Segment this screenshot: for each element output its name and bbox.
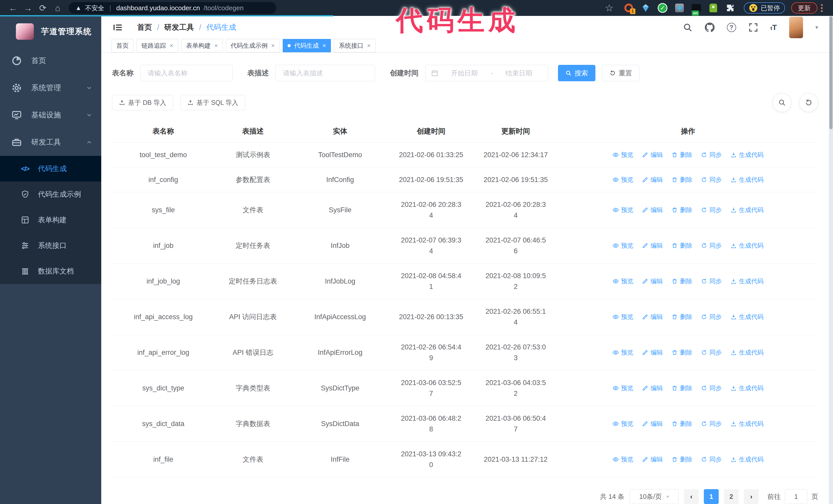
generate-code-link[interactable]: 生成代码 [731, 455, 764, 463]
generate-code-link[interactable]: 生成代码 [731, 151, 764, 159]
delete-link[interactable]: 删除 [671, 241, 692, 250]
edit-link[interactable]: 编辑 [642, 419, 663, 428]
generate-code-link[interactable]: 生成代码 [731, 175, 764, 184]
edit-link[interactable]: 编辑 [642, 313, 663, 321]
sidebar-subitem-codegen[interactable]: </> 代码生成 [0, 156, 101, 182]
github-icon[interactable] [705, 23, 715, 32]
sync-link[interactable]: 同步 [701, 206, 722, 214]
sync-link[interactable]: 同步 [701, 384, 722, 392]
browser-menu-icon[interactable] [821, 4, 823, 12]
preview-link[interactable]: 预览 [613, 313, 633, 321]
refresh-table-button[interactable] [799, 93, 818, 112]
preview-link[interactable]: 预览 [613, 151, 633, 159]
table-row[interactable]: inf_job 定时任务表 InfJob 2021-02-07 06:39:3 … [112, 227, 818, 263]
reset-button[interactable]: 重置 [602, 65, 640, 81]
page-button-1[interactable]: 1 [704, 489, 719, 504]
scrollbar-thumb[interactable] [829, 17, 832, 129]
delete-link[interactable]: 删除 [671, 419, 692, 428]
generate-code-link[interactable]: 生成代码 [731, 241, 764, 250]
page-button-2[interactable]: 2 [724, 489, 739, 504]
sidebar-subitem-system-api[interactable]: 系统接口 [0, 233, 101, 258]
sync-link[interactable]: 同步 [701, 175, 722, 184]
sync-link[interactable]: 同步 [701, 313, 722, 321]
page-size-select[interactable]: 10条/页 ▾ [629, 489, 679, 504]
import-db-button[interactable]: 基于 DB 导入 [112, 95, 173, 110]
table-row[interactable]: sys_file 文件表 SysFile 2021-02-06 20:28:3 … [112, 192, 818, 227]
avatar-caret-icon[interactable]: ▾ [815, 24, 818, 31]
profile-paused-chip[interactable]: 已暂停 [744, 2, 785, 14]
preview-link[interactable]: 预览 [613, 206, 633, 214]
delete-link[interactable]: 删除 [671, 384, 692, 392]
generate-code-link[interactable]: 生成代码 [731, 419, 764, 428]
browser-back-icon[interactable]: ← [6, 3, 21, 13]
help-icon[interactable]: ? [727, 23, 736, 32]
tab-codegen[interactable]: 代码生成× [283, 39, 331, 52]
edit-link[interactable]: 编辑 [642, 349, 663, 357]
delete-link[interactable]: 删除 [671, 313, 692, 321]
generate-code-link[interactable]: 生成代码 [731, 349, 764, 357]
tab-codegen-example[interactable]: 代码生成示例× [226, 39, 280, 52]
extension-key-icon[interactable] [708, 3, 718, 13]
page-scrollbar[interactable] [829, 16, 833, 504]
delete-link[interactable]: 删除 [671, 277, 692, 285]
sidebar-subitem-form-builder[interactable]: 表单构建 [0, 207, 101, 233]
table-row[interactable]: inf_api_error_log API 错误日志 InfApiErrorLo… [112, 335, 818, 370]
sidebar-item-infrastructure[interactable]: 基础设施 [0, 101, 101, 129]
browser-update-button[interactable]: 更新 [791, 2, 817, 14]
generate-code-link[interactable]: 生成代码 [731, 313, 764, 321]
sync-link[interactable]: 同步 [701, 151, 722, 159]
close-icon[interactable]: × [170, 42, 173, 49]
bookmark-star-icon[interactable]: ☆ [605, 2, 614, 14]
extension-on-icon[interactable]: on [691, 3, 701, 13]
preview-link[interactable]: 预览 [613, 349, 633, 357]
tab-home[interactable]: 首页 [112, 39, 134, 52]
preview-link[interactable]: 预览 [613, 241, 633, 250]
user-avatar[interactable] [789, 17, 803, 38]
toggle-search-button[interactable] [772, 93, 791, 112]
sync-link[interactable]: 同步 [701, 455, 722, 463]
fullscreen-icon[interactable] [748, 23, 758, 32]
tab-tracing[interactable]: 链路追踪× [137, 39, 178, 52]
sidebar-logo-row[interactable]: 芋道管理系统 [0, 16, 101, 47]
delete-link[interactable]: 删除 [671, 175, 692, 184]
sync-link[interactable]: 同步 [701, 241, 722, 250]
delete-link[interactable]: 删除 [671, 151, 692, 159]
browser-home-icon[interactable]: ⌂ [50, 3, 65, 13]
extensions-puzzle-icon[interactable] [725, 3, 735, 13]
table-row[interactable]: sys_dict_data 字典数据表 SysDictData 2021-03-… [112, 406, 818, 441]
sidebar-item-home[interactable]: 首页 [0, 47, 101, 74]
preview-link[interactable]: 预览 [613, 419, 633, 428]
table-row[interactable]: tool_test_demo 测试示例表 ToolTestDemo 2021-0… [112, 142, 818, 167]
tab-form-builder[interactable]: 表单构建× [181, 39, 223, 52]
preview-link[interactable]: 预览 [613, 175, 633, 184]
table-row[interactable]: inf_job_log 定时任务日志表 InfJobLog 2021-02-08… [112, 263, 818, 299]
edit-link[interactable]: 编辑 [642, 241, 663, 250]
font-size-icon[interactable]: tT [770, 23, 777, 32]
table-desc-input[interactable] [276, 65, 375, 81]
address-bar[interactable]: ▲ 不安全 | dashboard.yudao.iocoder.cn/tool/… [69, 2, 276, 14]
edit-link[interactable]: 编辑 [642, 151, 663, 159]
close-icon[interactable]: × [367, 42, 371, 49]
preview-link[interactable]: 预览 [613, 277, 633, 285]
preview-link[interactable]: 预览 [613, 455, 633, 463]
close-icon[interactable]: × [323, 42, 326, 49]
extension-check-icon[interactable]: ✓ [658, 3, 668, 13]
table-row[interactable]: inf_api_access_log API 访问日志表 InfApiAcces… [112, 299, 818, 335]
delete-link[interactable]: 删除 [671, 206, 692, 214]
close-icon[interactable]: × [271, 42, 275, 49]
edit-link[interactable]: 编辑 [642, 455, 663, 463]
sidebar-subitem-db-doc[interactable]: 数据库文档 [0, 258, 101, 284]
sync-link[interactable]: 同步 [701, 349, 722, 357]
table-row[interactable]: sys_dict_type 字典类型表 SysDictType 2021-03-… [112, 370, 818, 406]
sidebar-subitem-codegen-example[interactable]: 代码生成示例 [0, 182, 101, 207]
prev-page-button[interactable]: ‹ [684, 489, 699, 504]
sync-link[interactable]: 同步 [701, 419, 722, 428]
table-row[interactable]: inf_file 文件表 InfFile 2021-03-13 09:43:2 … [112, 441, 818, 477]
date-range-picker[interactable]: 开始日期 - 结束日期 [425, 65, 548, 81]
breadcrumb-home[interactable]: 首页 [137, 22, 152, 32]
sidebar-item-dev-tools[interactable]: 研发工具 [0, 129, 101, 156]
tab-system-api[interactable]: 系统接口× [334, 39, 376, 52]
generate-code-link[interactable]: 生成代码 [731, 384, 764, 392]
search-button[interactable]: 搜索 [558, 65, 595, 81]
delete-link[interactable]: 删除 [671, 349, 692, 357]
